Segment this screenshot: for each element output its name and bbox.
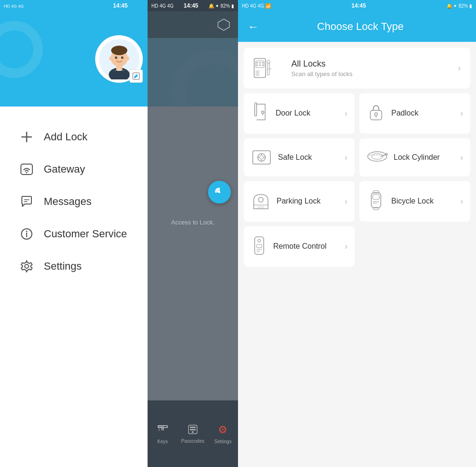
svg-rect-84 — [257, 244, 262, 248]
page-title: Choose Lock Type — [268, 20, 452, 33]
all-locks-card[interactable]: All Locks Scan all types of locks › — [244, 48, 470, 88]
svg-point-64 — [260, 156, 264, 159]
right-panel: HD 4G 4G 📶 14:45 🔔 ✦ 82% ▮ ← Choose Lock… — [238, 0, 476, 467]
svg-point-24 — [26, 231, 28, 232]
svg-text:3: 3 — [158, 428, 160, 431]
remote-control-card[interactable]: Remote Control › — [244, 226, 355, 267]
right-time: 14:45 — [351, 2, 366, 9]
bicycle-lock-info: Bicycle Lock — [391, 196, 455, 206]
remote-control-icon — [251, 235, 268, 258]
messages-label: Messages — [44, 195, 91, 208]
door-lock-chevron: › — [345, 108, 347, 118]
svg-rect-37 — [190, 427, 192, 428]
right-status-bar: HD 4G 4G 📶 14:45 🔔 ✦ 82% ▮ — [238, 0, 476, 11]
parking-lock-info: Parking Lock — [277, 196, 339, 206]
bicycle-lock-name: Bicycle Lock — [391, 196, 455, 206]
settings-tab-label-middle: Settings — [214, 439, 231, 444]
padlock-name: Padlock — [391, 108, 455, 118]
svg-rect-77 — [373, 195, 379, 199]
svg-point-49 — [257, 65, 258, 66]
remote-control-chevron: › — [345, 242, 347, 252]
remote-control-name: Remote Control — [273, 242, 339, 252]
padlock-chevron: › — [460, 108, 463, 118]
middle-top-bar — [148, 11, 238, 38]
bicycle-lock-card[interactable]: Bicycle Lock › — [359, 181, 470, 222]
svg-point-46 — [257, 62, 258, 64]
parking-lock-name: Parking Lock — [277, 196, 339, 206]
padlock-info: Padlock — [391, 108, 455, 118]
svg-rect-59 — [370, 110, 382, 120]
svg-rect-42 — [194, 429, 196, 430]
tab-keys[interactable]: 3 Keys — [148, 400, 178, 467]
settings-tab-icon: ⚙ — [218, 424, 228, 436]
door-lock-name: Door Lock — [276, 108, 339, 118]
right-status-left: HD 4G 4G 📶 — [242, 3, 271, 9]
lock-cylinder-name: Lock Cylinder — [394, 153, 455, 163]
svg-rect-28 — [158, 426, 168, 428]
gateway-label: Gateway — [44, 163, 85, 175]
svg-point-13 — [109, 57, 112, 60]
safe-lock-icon — [251, 147, 272, 168]
svg-text:HD 4G 4G: HD 4G 4G — [4, 4, 24, 9]
access-text: Access to Lock. — [152, 219, 233, 226]
lock-cylinder-chevron: › — [460, 153, 463, 163]
middle-panel: HD 4G 4G 14:45 🔔 ✦ 82% ▮ Access to Lock. — [148, 0, 238, 467]
middle-bottom-tabs: 3 Keys Passcode — [148, 400, 238, 467]
svg-point-54 — [267, 60, 270, 63]
left-time: 14:45 — [113, 2, 128, 9]
svg-point-50 — [259, 65, 261, 66]
info-icon — [19, 226, 34, 242]
safe-lock-name: Safe Lock — [278, 153, 339, 163]
remote-control-row: Remote Control › — [244, 226, 470, 267]
svg-point-11 — [116, 57, 117, 58]
customer-service-label: Customer Service — [44, 228, 127, 240]
back-button[interactable]: ← — [248, 20, 259, 33]
svg-point-19 — [26, 172, 28, 174]
safe-lock-card[interactable]: Safe Lock › — [244, 138, 355, 176]
keys-icon: 3 — [158, 423, 168, 436]
bicycle-lock-chevron: › — [460, 196, 463, 206]
door-lock-card[interactable]: Door Lock › — [244, 93, 355, 134]
lock-cylinder-card[interactable]: Lock Cylinder › — [359, 138, 470, 176]
message-icon — [19, 194, 34, 209]
avatar-container[interactable] — [95, 35, 143, 83]
lock-grid-row1: Door Lock › Padlock › — [244, 93, 470, 134]
middle-status-bar: HD 4G 4G 14:45 🔔 ✦ 82% ▮ — [148, 0, 238, 11]
svg-point-48 — [262, 62, 264, 64]
middle-time: 14:45 — [184, 2, 198, 9]
svg-rect-52 — [256, 70, 259, 76]
svg-point-74 — [258, 197, 263, 202]
padlock-card[interactable]: Padlock › — [359, 93, 470, 134]
all-locks-icon — [253, 56, 282, 80]
lock-grid-row2: Safe Lock › Lock Cylinde — [244, 138, 470, 176]
padlock-icon — [367, 102, 386, 125]
svg-point-60 — [375, 113, 377, 116]
all-locks-desc: Scan all types of locks — [291, 70, 448, 78]
right-status-right: 🔔 ✦ 82% ▮ — [446, 3, 472, 9]
svg-point-27 — [218, 191, 220, 193]
parking-lock-card[interactable]: Parking Lock › — [244, 181, 355, 222]
lock-cylinder-icon — [367, 149, 388, 165]
svg-point-47 — [259, 62, 261, 64]
lock-cylinder-info: Lock Cylinder — [394, 153, 455, 163]
tab-settings-middle[interactable]: ⚙ Settings — [208, 400, 238, 467]
svg-point-12 — [122, 57, 123, 58]
lock-grid-row3: Parking Lock › — [244, 181, 470, 222]
avatar-edit-badge[interactable] — [129, 69, 143, 83]
svg-rect-40 — [190, 429, 192, 430]
parking-lock-icon — [251, 191, 271, 213]
tab-passcodes[interactable]: Passcodes — [178, 400, 208, 467]
all-locks-info: All Locks Scan all types of locks — [291, 59, 448, 78]
wifi-icon — [19, 162, 34, 177]
settings-label: Settings — [44, 260, 82, 272]
svg-rect-75 — [258, 206, 264, 209]
lock-list: All Locks Scan all types of locks › Do — [238, 42, 476, 467]
nfc-fab-button[interactable] — [208, 181, 231, 204]
svg-point-10 — [121, 56, 123, 58]
passcodes-tab-label: Passcodes — [181, 438, 205, 444]
door-lock-info: Door Lock — [276, 108, 339, 118]
svg-point-51 — [262, 65, 264, 66]
parking-lock-chevron: › — [345, 196, 347, 206]
svg-marker-26 — [218, 19, 229, 30]
all-locks-name: All Locks — [291, 59, 448, 69]
